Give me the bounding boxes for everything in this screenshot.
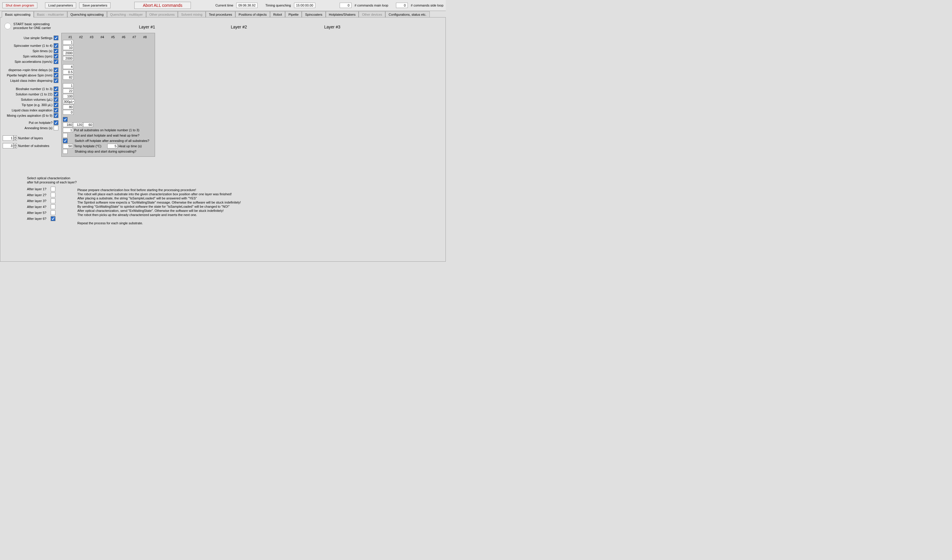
- param-row-1-label: Spin times (s): [3, 49, 54, 53]
- param2-row-0-checkbox[interactable]: [54, 68, 59, 72]
- current-time-label: Current time: [215, 3, 233, 7]
- solution-number-input[interactable]: [63, 89, 74, 93]
- tab-robot[interactable]: Robot: [270, 11, 285, 17]
- nlayers-label: Number of layers: [17, 136, 43, 140]
- pipette-height-input[interactable]: [63, 69, 74, 74]
- commands-side-value: 0: [396, 3, 408, 8]
- param3-row-4-checkbox[interactable]: [54, 108, 59, 113]
- tab-configurations-status-etc-[interactable]: Configurations, status etc.: [385, 11, 430, 17]
- layer-header-2: Layer #2: [193, 25, 285, 29]
- abort-all-button[interactable]: Abort ALL commands: [134, 2, 191, 9]
- param-row-2-label: Spin velocities (rpm): [3, 54, 54, 58]
- param-row-1-checkbox[interactable]: [54, 49, 59, 53]
- annealing-times-checkbox[interactable]: [54, 126, 59, 130]
- layer-header-1: Layer #1: [101, 25, 193, 29]
- instruction-line-1: The robot will place each substrate into…: [77, 192, 285, 196]
- tab-spincoaters[interactable]: Spincoaters: [302, 11, 325, 17]
- layer-header-3: Layer #3: [285, 25, 380, 29]
- param2-row-2-label: Liquid class index dispensing: [3, 79, 54, 82]
- column-header-6: #6: [121, 35, 126, 39]
- layer-headers: Layer #1 Layer #2 Layer #3 Layer #4: [101, 25, 446, 29]
- after-layer-5-checkbox[interactable]: [51, 210, 56, 215]
- instructions-text: Please prepare characterization box firs…: [77, 188, 285, 225]
- spin-accelerations-input[interactable]: [63, 56, 74, 61]
- after-layer-1-label: After layer 1?: [27, 187, 49, 191]
- tab-basic-spincoating[interactable]: Basic spincoating: [2, 11, 34, 17]
- use-simple-settings-checkbox[interactable]: [54, 35, 59, 40]
- param-row-2-checkbox[interactable]: [54, 54, 59, 59]
- nsubs-up-button[interactable]: ▲: [13, 143, 17, 146]
- nlayers-up-button[interactable]: ▲: [13, 136, 17, 138]
- tab-quenching-spincoating[interactable]: Quenching spincoating: [67, 11, 107, 17]
- spin-velocities-input[interactable]: [63, 51, 74, 56]
- chevron-down-icon: ▾: [73, 100, 74, 103]
- param-row-3-label: Spin accelerations (rpm/s): [3, 60, 54, 63]
- after-layer-2-checkbox[interactable]: [51, 193, 56, 197]
- param3-row-0-checkbox[interactable]: [54, 86, 59, 91]
- temp-hotplate-input[interactable]: [63, 144, 73, 148]
- dispense-delay-input[interactable]: [63, 64, 74, 69]
- mixing-cycles-input[interactable]: [63, 110, 74, 115]
- column-header-8: #8: [142, 35, 148, 39]
- temp-hotplate-label: Temp hotplate (°C): [73, 144, 101, 148]
- tab-positions-of-objects[interactable]: Positions of objects: [235, 11, 270, 17]
- bioshake-number-input[interactable]: [63, 83, 74, 88]
- liquid-class-dispensing-input[interactable]: [63, 75, 74, 80]
- nlayers-down-button[interactable]: ▼: [13, 138, 17, 141]
- after-layer-6-checkbox[interactable]: [51, 216, 56, 221]
- tab-hotplates-shakers[interactable]: Hotplates/Shakers: [326, 11, 359, 17]
- param3-row-1-label: Solution number (1 to 22): [3, 93, 54, 96]
- param3-row-1-checkbox[interactable]: [54, 92, 59, 97]
- number-of-substrates-input[interactable]: [3, 143, 13, 148]
- instruction-line-3: The Spinbot software now expects a "GoWa…: [77, 200, 285, 204]
- after-layer-3-checkbox[interactable]: [51, 199, 56, 203]
- hotplate-number-input[interactable]: [63, 128, 73, 133]
- param-row-3-checkbox[interactable]: [54, 59, 59, 64]
- timing-quenching-value: 15:00:00.00: [294, 3, 315, 8]
- switch-off-hotplate-checkbox[interactable]: [63, 138, 68, 143]
- hotplate-grid-checkbox[interactable]: [63, 117, 68, 122]
- liquid-class-aspiration-input[interactable]: [63, 105, 74, 110]
- number-of-layers-input[interactable]: [3, 136, 13, 141]
- shutdown-button[interactable]: Shut down program: [2, 2, 37, 8]
- spin-times-input[interactable]: [63, 45, 74, 50]
- anneal-time-1-input[interactable]: [63, 122, 73, 127]
- tab-quenching-multilayer: Quenching - multilayer: [107, 11, 146, 17]
- param3-row-2-label: Solution volumes (µL): [3, 98, 54, 101]
- start-procedure-button[interactable]: [5, 23, 11, 29]
- switch-off-hotplate-label: Switch off hotplate after annealing of a…: [74, 139, 149, 142]
- instruction-line-0: Please prepare characterization box firs…: [77, 188, 285, 192]
- after-layer-1-checkbox[interactable]: [51, 187, 56, 191]
- param3-row-5-checkbox[interactable]: [54, 113, 59, 118]
- tip-type-dropdown[interactable]: 300µL▾: [63, 99, 75, 104]
- anneal-time-3-input[interactable]: [83, 122, 93, 127]
- layer-header-4: Layer #4: [380, 25, 446, 29]
- solution-volumes-input[interactable]: [63, 94, 74, 99]
- nsubs-down-button[interactable]: ▼: [13, 146, 17, 148]
- column-header-2: #2: [78, 35, 83, 39]
- set-start-hotplate-checkbox[interactable]: [63, 133, 68, 138]
- spincoater-number-input[interactable]: [63, 40, 74, 45]
- param-row-0-checkbox[interactable]: [54, 43, 59, 48]
- instruction-line-7: [77, 217, 285, 221]
- save-parameters-button[interactable]: Save parameters: [79, 2, 111, 8]
- instruction-line-4: By sending "GoWaitingState" to spinbot s…: [77, 204, 285, 208]
- anneal-time-2-input[interactable]: [73, 122, 83, 127]
- use-simple-settings-label: Use simple Settings: [3, 36, 54, 40]
- heat-up-time-input[interactable]: [107, 144, 117, 148]
- param3-row-2-checkbox[interactable]: [54, 97, 59, 102]
- shaking-checkbox[interactable]: [63, 149, 68, 154]
- after-layer-3-label: After layer 3?: [27, 199, 49, 203]
- put-on-hotplate-checkbox[interactable]: [54, 120, 59, 125]
- after-layer-4-checkbox[interactable]: [51, 204, 56, 209]
- load-parameters-button[interactable]: Load parameters: [45, 2, 76, 8]
- tab-test-procedures[interactable]: Test procedures: [206, 11, 235, 17]
- commands-main-value: 0: [340, 3, 351, 8]
- put-on-hotplate-label: Put on hotplate?: [3, 121, 54, 125]
- column-header-7: #7: [131, 35, 137, 39]
- param3-row-3-checkbox[interactable]: [54, 102, 59, 107]
- param2-row-1-checkbox[interactable]: [54, 73, 59, 78]
- tab-pipette[interactable]: Pipette: [285, 11, 302, 17]
- param2-row-2-checkbox[interactable]: [54, 78, 59, 83]
- column-header-5: #5: [110, 35, 116, 39]
